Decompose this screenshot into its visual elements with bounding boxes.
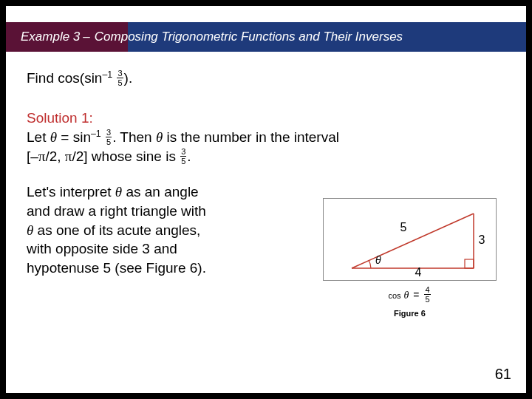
text: Find cos(sin bbox=[27, 70, 102, 86]
solution-line2: [–π/2, π/2] whose sine is 35. bbox=[27, 147, 505, 166]
pi-symbol: π bbox=[38, 149, 46, 164]
problem-statement: Find cos(sin–1 35). bbox=[27, 69, 505, 88]
denominator: 5 bbox=[106, 137, 112, 146]
theta-symbol: θ bbox=[156, 129, 163, 145]
svg-rect-3 bbox=[465, 259, 474, 268]
text: = sin bbox=[57, 129, 91, 145]
superscript: –1 bbox=[102, 69, 112, 80]
theta-symbol: θ bbox=[27, 222, 33, 238]
fraction: 35 bbox=[117, 69, 123, 87]
title-text: Example 3 – Composing Trigonometric Func… bbox=[6, 22, 526, 52]
interpretation-block: Let's interpret θ as an angle and draw a… bbox=[27, 183, 300, 277]
text bbox=[112, 70, 116, 86]
text: is the number in the interval bbox=[163, 129, 339, 145]
numerator: 3 bbox=[180, 148, 186, 157]
triangle-svg: 5 3 4 θ bbox=[330, 203, 488, 277]
figure-6: 5 3 4 θ cosθ = 45 Figure 6 bbox=[323, 198, 497, 318]
fraction: 45 bbox=[424, 286, 430, 304]
text: hypotenuse 5 (see Figure 6). bbox=[27, 260, 206, 276]
theta-symbol: θ bbox=[404, 290, 409, 301]
text: and draw a right triangle with bbox=[27, 203, 206, 219]
cos-text: cos bbox=[388, 291, 400, 300]
opposite-label: 3 bbox=[479, 233, 485, 246]
denominator: 5 bbox=[424, 295, 430, 304]
pi-symbol: π bbox=[65, 149, 72, 164]
text: /2] whose sine is bbox=[72, 149, 180, 164]
solution-heading: Solution 1: bbox=[27, 109, 505, 128]
slide: Example 3 – Composing Trigonometric Func… bbox=[6, 6, 526, 393]
theta-symbol: θ bbox=[50, 129, 57, 145]
text: [– bbox=[27, 149, 38, 164]
numerator: 3 bbox=[117, 69, 123, 78]
theta-symbol: θ bbox=[115, 184, 122, 200]
text: as an angle bbox=[122, 184, 199, 200]
theta-label: θ bbox=[375, 254, 381, 266]
text: Let's interpret bbox=[27, 184, 115, 200]
numerator: 3 bbox=[106, 129, 112, 137]
example-label: Example 3 bbox=[21, 30, 80, 44]
svg-line-2 bbox=[352, 214, 474, 268]
page-number: 61 bbox=[495, 366, 511, 383]
text: ). bbox=[124, 70, 133, 86]
text: with opposite side 3 and bbox=[27, 241, 177, 256]
fraction: 35 bbox=[106, 129, 112, 146]
text: as one of its acute angles, bbox=[33, 222, 200, 238]
text: . bbox=[187, 149, 191, 164]
numerator: 4 bbox=[424, 286, 430, 295]
title-dash: – bbox=[83, 30, 89, 44]
denominator: 5 bbox=[117, 78, 123, 87]
title-bar: Example 3 – Composing Trigonometric Func… bbox=[6, 22, 526, 52]
figure-caption: cosθ = 45 bbox=[323, 287, 497, 304]
text: Let bbox=[27, 129, 50, 145]
fraction: 35 bbox=[180, 148, 186, 166]
figure-label: Figure 6 bbox=[323, 309, 497, 318]
text: /2, bbox=[45, 149, 64, 164]
adjacent-label: 4 bbox=[415, 266, 422, 277]
title-rest: Composing Trigonometric Functions and Th… bbox=[95, 30, 403, 44]
triangle-diagram: 5 3 4 θ bbox=[323, 198, 497, 281]
denominator: 5 bbox=[180, 157, 186, 166]
solution-line1: Let θ = sin–1 35. Then θ is the number i… bbox=[27, 128, 505, 147]
equals: = bbox=[413, 289, 419, 301]
hypotenuse-label: 5 bbox=[400, 221, 407, 233]
text: . Then bbox=[112, 129, 156, 145]
superscript: –1 bbox=[91, 129, 101, 139]
solution-block: Solution 1: Let θ = sin–1 35. Then θ is … bbox=[27, 109, 505, 166]
text bbox=[101, 129, 105, 145]
